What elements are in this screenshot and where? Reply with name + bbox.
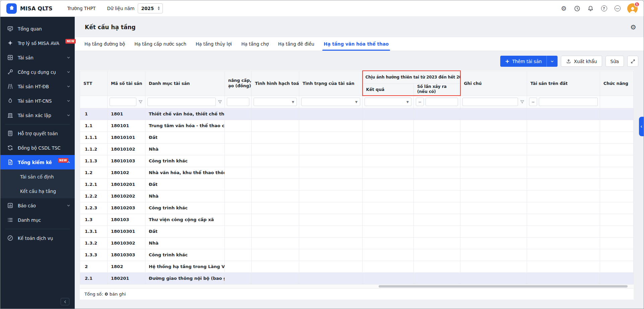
table-row[interactable]: 1.3.118010301Đất: [80, 225, 634, 237]
sidebar-item-tai-san[interactable]: Tài sản: [0, 50, 75, 65]
sidebar-item-tong-kiem-ke[interactable]: Tổng kiểm kê NEW: [0, 155, 75, 169]
misa-logo[interactable]: [6, 3, 17, 14]
tab-ha-tang-cap-nuoc-sach[interactable]: Hạ tầng cấp nước sạch: [130, 37, 191, 51]
water-droplet-icon: [7, 98, 13, 104]
table-row[interactable]: 2.1180201Đường giao thông nội bộ (bao gồ…: [80, 272, 634, 284]
upgrade-cost-cell: [225, 214, 252, 225]
filter-disaster-result-select[interactable]: ▼: [365, 98, 411, 106]
horizontal-scrollbar[interactable]: [80, 285, 633, 288]
sidebar-collapse-button[interactable]: [61, 298, 69, 305]
table-row[interactable]: 21802Hệ thống hạ tầng trong Làng Văn hóa…: [80, 261, 634, 272]
col-header-stt[interactable]: STT: [80, 71, 108, 96]
spinner-arrows-icon[interactable]: ▲▼: [158, 6, 159, 11]
sidebar-item-tai-san-ht-cns[interactable]: Tài sản HT-CNS: [0, 94, 75, 108]
sidebar-subitem-ket-cau-ha-tang[interactable]: Kết cấu hạ tầng: [0, 184, 75, 198]
col-header-category[interactable]: Danh mục tài sản: [145, 71, 225, 96]
sidebar-item-tai-san-ht-db[interactable]: Tài sản HT-ĐB: [0, 79, 75, 94]
notifications-bell-icon[interactable]: [587, 5, 594, 12]
upgrade-cost-cell: [225, 120, 252, 132]
table-row[interactable]: 1.2.118010201Đất: [80, 178, 634, 190]
scrollbar-thumb[interactable]: [379, 285, 628, 288]
accounting-cell: [252, 202, 299, 214]
add-asset-split-button[interactable]: + Thêm tài sản: [500, 56, 557, 67]
table-row[interactable]: 1.2.218010202Nhà: [80, 190, 634, 202]
user-avatar[interactable]: 1: [627, 3, 638, 14]
note-cell: [460, 132, 527, 143]
chevron-down-icon: [67, 85, 70, 88]
col-header-disaster-result[interactable]: Kết quả: [363, 83, 414, 96]
tab-ha-tang-van-hoa-the-thao[interactable]: Hạ tầng văn hóa thể thao: [319, 37, 393, 51]
filter-code-input[interactable]: [110, 98, 136, 106]
col-header-land-asset[interactable]: Tài sản trên đất: [527, 71, 600, 96]
tab-ha-tang-de-dieu[interactable]: Hạ tầng đê điều: [273, 37, 319, 51]
filter-note-input[interactable]: [462, 98, 518, 106]
disaster-count-cell: [414, 167, 460, 178]
table-row[interactable]: 1.2180102Nhà văn hóa, khu thể thao thôn …: [80, 167, 634, 178]
sidebar-item-tro-ly-ava[interactable]: Trợ lý số MISA AVA NEW: [0, 36, 75, 50]
equals-operator[interactable]: =: [416, 98, 424, 106]
action-cell: [600, 249, 634, 261]
upgrade-cost-cell: [225, 132, 252, 143]
sidebar-item-cong-cu-dung-cu[interactable]: Công cụ dụng cụ: [0, 65, 75, 79]
table-row[interactable]: 1.3.218010302Nhà: [80, 237, 634, 249]
col-header-actions[interactable]: Chức năng: [600, 71, 634, 96]
bar-chart-icon: [7, 202, 13, 209]
sidebar-item-ke-toan-dich-vu[interactable]: Kế toán dịch vụ: [0, 231, 75, 245]
help-icon[interactable]: ?: [600, 5, 607, 12]
disaster-result-cell: [363, 132, 414, 143]
year-spinner[interactable]: 2025 ▲▼: [138, 3, 163, 13]
equals-operator[interactable]: =: [529, 98, 537, 106]
col-header-accounting[interactable]: Tình hình hạch toán: [252, 71, 299, 96]
org-name: Trường THPT: [67, 6, 96, 11]
export-button[interactable]: Xuất khẩu: [561, 56, 602, 67]
filter-land-asset-input[interactable]: [539, 98, 598, 106]
more-options-icon[interactable]: ⋯: [614, 5, 621, 12]
table-row[interactable]: 1.3.318010303Công trình khác: [80, 249, 634, 261]
filter-funnel-icon[interactable]: [520, 99, 525, 104]
table-settings-gear-icon[interactable]: ⚙: [630, 23, 636, 31]
table-row[interactable]: 1.1180101Trung tâm văn hóa - thể thao cấ…: [80, 120, 634, 132]
sidebar-item-tong-quan[interactable]: Tổng quan: [0, 21, 75, 36]
table-row[interactable]: 1.1.218010102Nhà: [80, 143, 634, 155]
status-cell: [299, 143, 363, 155]
table-row[interactable]: 11801Thiết chế văn hóa, thiết chế thể th…: [80, 108, 634, 120]
land-asset-cell: [527, 225, 600, 237]
history-clock-icon[interactable]: [574, 5, 581, 12]
sidebar-item-danh-muc[interactable]: Danh mục: [0, 213, 75, 227]
col-header-disaster-group[interactable]: Chịu ảnh hưởng thiên tai từ 2023 đến hết…: [363, 71, 460, 83]
filter-funnel-icon[interactable]: [138, 99, 143, 104]
filter-disaster-count-input[interactable]: [426, 98, 458, 106]
filter-category-input[interactable]: [147, 98, 216, 106]
category-cell: Công trình khác: [145, 155, 225, 167]
table-row[interactable]: 1.2.318010203Công trình khác: [80, 202, 634, 214]
tab-ha-tang-duong-bo[interactable]: Hạ tầng đường bộ: [80, 37, 130, 51]
edit-button[interactable]: Sửa: [605, 56, 624, 67]
sidebar-item-bao-cao[interactable]: Báo cáo: [0, 198, 75, 213]
add-asset-dropdown-caret[interactable]: [546, 56, 558, 67]
col-header-disaster-count[interactable]: Số lần xảy ra (nếu có): [414, 83, 460, 96]
col-header-code[interactable]: Mã số tài sản: [108, 71, 145, 96]
sidebar-item-ho-tro-quyet-toan[interactable]: Hỗ trợ quyết toán: [0, 126, 75, 141]
col-header-status[interactable]: Tình trạng của tài sản: [299, 71, 363, 96]
sidebar-item-tai-san-xac-lap[interactable]: Tài sản xác lập: [0, 108, 75, 122]
disaster-result-cell: [363, 143, 414, 155]
filter-accounting-select[interactable]: ▼: [254, 98, 297, 106]
filter-upgrade-cost-input[interactable]: [227, 98, 249, 106]
sidebar-subitem-tai-san-co-dinh[interactable]: Tài sản cố định: [0, 169, 75, 184]
col-header-note[interactable]: Ghi chú: [460, 71, 527, 96]
right-panel-toggle[interactable]: [639, 117, 644, 136]
table-row[interactable]: 1.1.118010101Đất: [80, 132, 634, 143]
tab-ha-tang-thuy-loi[interactable]: Hạ tầng thủy lợi: [191, 37, 237, 51]
filter-status-select[interactable]: ▼: [301, 98, 360, 106]
settings-gear-icon[interactable]: ⚙: [560, 5, 567, 12]
sidebar-item-dong-bo-csdl-tsc[interactable]: Đồng bộ CSDL TSC: [0, 141, 75, 155]
upgrade-cost-line1: nâng cấp,: [228, 78, 248, 83]
col-header-upgrade-cost[interactable]: nâng cấp, ạo (đồng): [225, 71, 252, 96]
sidebar-item-label: Danh mục: [18, 217, 41, 223]
filter-funnel-icon[interactable]: [217, 99, 222, 104]
table-row[interactable]: 1.1.318010103Công trình khác: [80, 155, 634, 167]
table-row[interactable]: 1.3180103Thư viện công cộng cấp xã: [80, 214, 634, 225]
fullscreen-button[interactable]: [627, 56, 638, 67]
tab-ha-tang-cho[interactable]: Hạ tầng chợ: [237, 37, 273, 51]
total-label: Tổng số:: [84, 292, 103, 297]
